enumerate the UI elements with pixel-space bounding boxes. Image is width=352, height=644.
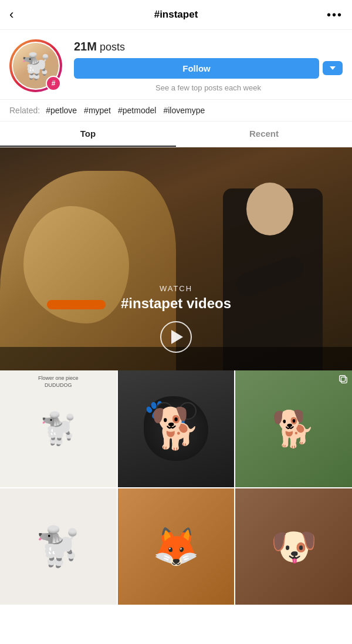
play-button[interactable] (160, 321, 192, 353)
tab-top[interactable]: Top (0, 122, 176, 147)
back-button[interactable]: ‹ (9, 7, 28, 22)
chevron-down-icon (330, 66, 336, 70)
grid-cell-inner-3: 🐕 (235, 370, 352, 487)
grid-cell-1[interactable]: 🐩 Flower one pieceDUDUDOG (0, 370, 117, 487)
posts-count-number: 21M (74, 40, 97, 53)
header: ‹ #instapet ••• (0, 0, 352, 30)
grid-cell-inner-1: 🐩 Flower one pieceDUDUDOG (0, 370, 117, 487)
profile-section: # 21M posts Follow See a few top posts e… (0, 30, 352, 99)
tab-top-label: Top (80, 129, 96, 139)
profile-info: 21M posts Follow See a few top posts eac… (74, 40, 343, 92)
follow-button[interactable]: Follow (74, 58, 319, 79)
tab-recent-label: Recent (249, 129, 279, 139)
grid-cell-5[interactable]: 🦊 (118, 488, 235, 605)
follow-dropdown-button[interactable] (323, 61, 343, 75)
grid-cell-6[interactable]: 🐶 (235, 488, 352, 605)
grid-cell-inner-5: 🦊 (118, 488, 235, 605)
see-few-text: See a few top posts each week (74, 83, 343, 92)
watch-hashtag: #instapet videos (121, 295, 231, 312)
grid-cell-inner-4: 🐩 (0, 488, 117, 605)
grid-cell-3[interactable]: 🐕 (235, 370, 352, 487)
follow-row: Follow (74, 58, 343, 79)
video-banner[interactable]: WATCH #instapet videos (0, 147, 352, 370)
grid-cell-inner-2: 🐾 🐕 (118, 370, 235, 487)
related-tag-petlove[interactable]: #petlove (46, 106, 77, 115)
posts-count: 21M posts (74, 40, 343, 53)
watch-label: WATCH (121, 284, 231, 293)
multi-image-icon (338, 374, 348, 387)
page-title: #instapet (28, 9, 324, 21)
grid-cell-4[interactable]: 🐩 (0, 488, 117, 605)
cell-caption: Flower one pieceDUDUDOG (0, 375, 117, 389)
related-tag-mypet[interactable]: #mypet (84, 106, 111, 115)
play-icon (171, 330, 183, 344)
avatar-wrapper: # (9, 39, 62, 92)
video-overlay-text: WATCH #instapet videos (121, 284, 231, 312)
tab-recent[interactable]: Recent (176, 122, 352, 147)
svg-rect-1 (341, 377, 347, 383)
image-grid: 🐩 Flower one pieceDUDUDOG 🐾 🐕 🐕 (0, 370, 352, 605)
related-section: Related: #petlove #mypet #petmodel #ilov… (0, 99, 352, 122)
related-tag-petmodel[interactable]: #petmodel (118, 106, 156, 115)
posts-label: posts (100, 41, 125, 53)
more-options-button[interactable]: ••• (324, 8, 343, 22)
related-tags: #petlove #mypet #petmodel #ilovemype (46, 106, 205, 115)
svg-rect-0 (340, 376, 346, 382)
related-label: Related: (9, 106, 40, 115)
related-tag-ilovemype[interactable]: #ilovemype (163, 106, 205, 115)
hashtag-badge: # (46, 76, 61, 91)
tabs-row: Top Recent (0, 122, 352, 147)
grid-cell-inner-6: 🐶 (235, 488, 352, 605)
grid-cell-2[interactable]: 🐾 🐕 (118, 370, 235, 487)
